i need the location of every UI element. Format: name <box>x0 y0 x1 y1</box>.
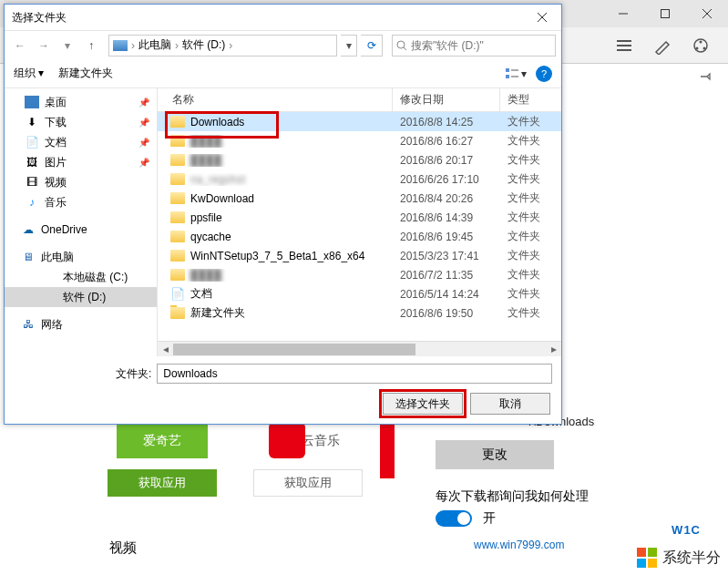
col-name[interactable]: 名称 <box>158 88 393 111</box>
tree-pictures[interactable]: 🖼图片📌 <box>5 152 157 172</box>
ms-logo-icon <box>637 548 657 568</box>
item-type: 文件夹 <box>500 152 561 168</box>
maximize-button[interactable] <box>644 0 686 27</box>
nav-forward-button[interactable]: → <box>34 36 54 56</box>
list-item[interactable]: WinNTSetup3_7_5_Beta1_x86_x642015/3/23 1… <box>158 246 561 265</box>
breadcrumb-sep: › <box>229 39 232 52</box>
nav-up-button[interactable]: ↑ <box>81 36 101 56</box>
item-date: 2016/8/8 14:25 <box>393 116 500 128</box>
list-item[interactable]: na_regshot2016/6/26 17:10文件夹 <box>158 169 561 189</box>
scroll-track[interactable] <box>173 342 546 356</box>
breadcrumb-this-pc[interactable]: 此电脑 <box>138 37 171 53</box>
tile-iqiyi: 爱奇艺 获取应用 <box>108 424 217 497</box>
list-item[interactable]: Downloads2016/8/8 14:25文件夹 <box>158 112 561 131</box>
item-type: 文件夹 <box>500 210 561 225</box>
list-item[interactable]: ppsfile2016/8/6 14:39文件夹 <box>158 208 561 227</box>
folder-icon <box>170 135 185 147</box>
note-icon[interactable] <box>653 36 672 55</box>
hub-icon[interactable] <box>615 36 633 55</box>
nav-back-button[interactable]: ← <box>10 36 30 56</box>
item-name: qycache <box>190 231 231 243</box>
list-rows[interactable]: Downloads2016/8/8 14:25文件夹████2016/8/6 1… <box>158 112 561 341</box>
list-item[interactable]: ████2016/7/2 11:35文件夹 <box>158 265 561 284</box>
svg-point-8 <box>700 40 702 43</box>
item-name: ████ <box>190 135 221 148</box>
item-type: 文件夹 <box>500 171 561 187</box>
tree-local-c[interactable]: 本地磁盘 (C:) <box>5 267 157 287</box>
folder-icon <box>170 116 185 128</box>
tile-netease-link[interactable]: 获取应用 <box>253 469 363 497</box>
desktop-icon <box>25 96 39 108</box>
col-date[interactable]: 修改日期 <box>393 88 500 111</box>
item-name: KwDownload <box>190 192 254 205</box>
scroll-left[interactable]: ◂ <box>158 342 173 356</box>
svg-point-13 <box>397 41 405 48</box>
help-button[interactable]: ? <box>536 66 552 82</box>
drive-icon <box>43 271 57 283</box>
item-name: 新建文件夹 <box>190 305 245 321</box>
folder-icon <box>170 269 185 281</box>
tree-downloads[interactable]: ⬇下载📌 <box>5 112 157 132</box>
item-type: 文件夹 <box>500 229 561 244</box>
dialog-close-button[interactable] <box>530 8 554 26</box>
list-item[interactable]: KwDownload2016/8/4 20:26文件夹 <box>158 189 561 208</box>
tree-videos[interactable]: 🎞视频 <box>5 172 157 192</box>
tree-soft-d[interactable]: 软件 (D:) <box>5 287 157 307</box>
network-icon: 🖧 <box>21 318 36 331</box>
tree-onedrive[interactable]: ☁OneDrive <box>5 220 157 240</box>
refresh-button[interactable]: ⟳ <box>361 35 383 56</box>
dialog-bottom: 文件夹: 选择文件夹 取消 <box>5 356 561 424</box>
tree-this-pc[interactable]: 🖥此电脑 <box>5 247 157 267</box>
search-box[interactable] <box>392 35 556 56</box>
cancel-button[interactable]: 取消 <box>470 393 550 415</box>
drive-icon <box>113 40 128 51</box>
pin-icon: 📌 <box>138 158 149 168</box>
col-type[interactable]: 类型 <box>500 88 561 111</box>
view-menu[interactable]: ▾ <box>505 67 527 80</box>
pin-icon: 📌 <box>138 138 149 148</box>
svg-rect-1 <box>661 10 670 18</box>
watermark-brand: 系统半分 <box>637 548 721 568</box>
tree-network[interactable]: 🖧网络 <box>5 314 157 334</box>
list-item[interactable]: ████2016/8/6 20:17文件夹 <box>158 150 561 169</box>
nav-recent-button[interactable]: ▾ <box>57 36 77 56</box>
share-icon[interactable] <box>692 36 710 55</box>
list-item[interactable]: ████2016/8/6 16:27文件夹 <box>158 131 561 150</box>
minimize-button[interactable] <box>602 0 644 27</box>
picture-icon: 🖼 <box>25 156 39 169</box>
tree-desktop[interactable]: 桌面📌 <box>5 92 157 112</box>
bg-close-button[interactable] <box>686 0 728 27</box>
tree-music[interactable]: ♪音乐 <box>5 192 157 212</box>
nav-tree[interactable]: 桌面📌 ⬇下载📌 📄文档📌 🖼图片📌 🎞视频 ♪音乐 ☁OneDrive 🖥此电… <box>5 88 158 356</box>
dialog-body: 桌面📌 ⬇下载📌 📄文档📌 🖼图片📌 🎞视频 ♪音乐 ☁OneDrive 🖥此电… <box>5 88 561 356</box>
item-type: 文件夹 <box>500 267 561 282</box>
ask-toggle[interactable] <box>436 510 472 527</box>
drive-icon <box>43 291 57 303</box>
change-button[interactable]: 更改 <box>436 440 554 469</box>
item-name: WinNTSetup3_7_5_Beta1_x86_x64 <box>190 250 364 262</box>
toggle-on-label: 开 <box>483 510 496 527</box>
list-item[interactable]: 新建文件夹2016/8/6 19:50文件夹 <box>158 303 561 323</box>
item-type: 文件夹 <box>500 133 561 149</box>
select-folder-button[interactable]: 选择文件夹 <box>383 393 463 415</box>
folder-label: 文件夹: <box>116 366 151 382</box>
item-name: na_regshot <box>190 173 245 186</box>
scroll-thumb[interactable] <box>173 344 415 355</box>
breadcrumb-drive[interactable]: 软件 (D:) <box>182 37 225 53</box>
h-scrollbar[interactable]: ◂ ▸ <box>158 341 561 356</box>
item-date: 2016/5/14 14:24 <box>393 288 500 301</box>
tree-documents[interactable]: 📄文档📌 <box>5 132 157 152</box>
folder-name-input[interactable] <box>157 364 552 384</box>
scroll-right[interactable]: ▸ <box>546 342 561 356</box>
address-dropdown[interactable]: ▾ <box>341 35 357 56</box>
list-item[interactable]: 📄文档2016/5/14 14:24文件夹 <box>158 284 561 303</box>
address-bar[interactable]: › 此电脑 › 软件 (D:) › <box>108 35 337 56</box>
organize-menu[interactable]: 组织 ▾ <box>14 66 44 81</box>
folder-icon <box>170 192 185 204</box>
list-item[interactable]: qycache2016/8/6 19:45文件夹 <box>158 227 561 246</box>
tile-iqiyi-link[interactable]: 获取应用 <box>108 469 217 497</box>
pin-icon[interactable] <box>699 70 712 83</box>
new-folder-button[interactable]: 新建文件夹 <box>58 66 113 81</box>
search-input[interactable] <box>411 39 551 52</box>
folder-icon <box>170 173 185 185</box>
